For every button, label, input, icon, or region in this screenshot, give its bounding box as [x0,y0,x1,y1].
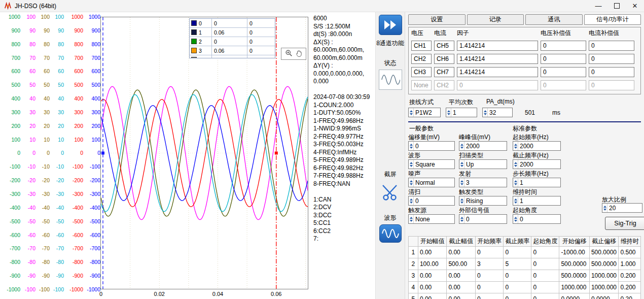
spin-up-icon[interactable] [514,162,517,164]
fast-forward-button[interactable] [379,15,402,35]
std-spinner-0-value[interactable]: 2000 [518,143,533,150]
spin-up-icon[interactable] [410,162,413,164]
maximize-button[interactable] [607,0,626,12]
spin-up-icon[interactable] [410,198,413,201]
wiring-mode-spinner-value[interactable]: P1W2 [414,109,432,116]
spin-down-icon[interactable] [460,183,463,185]
gen1-spinner-2-value[interactable]: Normal [414,179,435,186]
spin-down-icon[interactable] [460,220,463,222]
gen1-spinner-4-arrows[interactable] [409,215,414,223]
average-count-spinner-value[interactable]: 1 [451,109,456,116]
segment-cell[interactable]: 0.200 [619,282,641,293]
current-channel-3[interactable]: CH7 [434,67,454,77]
std-spinner-2-value[interactable]: 1 [518,179,523,186]
std-spinner-4-value[interactable]: 0 [518,216,523,223]
segment-cell[interactable]: 0 [504,293,531,299]
segment-cell[interactable]: 1.000 [619,258,641,270]
std-spinner-4[interactable]: 0 [513,214,561,224]
spin-down-icon[interactable] [514,220,517,222]
std-spinner-2-arrows[interactable] [513,178,518,187]
voltage-comp-input-3[interactable]: 0 [541,67,586,77]
wiring-mode-spinner-arrows[interactable] [409,108,414,117]
gen2-spinner-2-value[interactable]: 3 [464,179,470,186]
spin-down-icon[interactable] [460,202,463,204]
spin-down-icon[interactable] [410,147,413,149]
gen2-spinner-1-arrows[interactable] [459,160,464,169]
std-spinner-0[interactable]: 2000 [513,141,561,151]
gen1-spinner-1-value[interactable]: Square [414,161,435,168]
spin-down-icon[interactable] [514,202,517,204]
segment-cell[interactable]: 0 [531,258,559,270]
tab-2[interactable]: 通讯 [525,14,583,25]
gen1-spinner-4-value[interactable]: None [414,216,430,223]
segment-cell[interactable]: 0.0000 [559,293,590,299]
voltage-channel-1[interactable]: CH1 [411,41,432,51]
spin-up-icon[interactable] [514,180,517,182]
segment-cell[interactable]: 1000.000 [559,282,590,293]
segment-cell[interactable]: 0.00 [447,282,476,293]
spin-up-icon[interactable] [410,144,413,146]
spin-down-icon[interactable] [410,113,413,115]
segment-cell[interactable]: 100.00 [418,258,447,270]
spin-up-icon[interactable] [460,217,463,219]
voltage-comp-input-2[interactable]: 0 [541,54,586,64]
spin-down-icon[interactable] [460,165,463,167]
gen2-spinner-3[interactable]: Rising [459,196,507,206]
segment-cell[interactable]: 0 [504,247,531,258]
std-spinner-4-arrows[interactable] [513,215,518,223]
zoom-scale-spinner[interactable]: 20 [602,203,642,213]
close-button[interactable]: ✕ [626,0,644,12]
segment-cell[interactable]: 0 [504,282,531,293]
segment-cell[interactable]: 500.0000 [589,247,619,258]
voltage-comp-input-1[interactable]: 0 [541,41,586,51]
segment-cell[interactable]: 5 [504,258,531,270]
spin-down-icon[interactable] [603,209,606,211]
spin-down-icon[interactable] [447,113,450,115]
factor-input-3[interactable]: 1.414214 [457,67,538,77]
spin-up-icon[interactable] [460,180,463,182]
gen2-spinner-3-value[interactable]: Rising [464,197,483,205]
spin-down-icon[interactable] [410,165,413,167]
spinner-arrows[interactable] [602,204,607,212]
spin-up-icon[interactable] [447,110,450,112]
segment-cell[interactable]: -1000.00 [559,247,590,258]
spin-down-icon[interactable] [410,202,413,204]
segment-cell[interactable]: 0.500 [619,247,641,258]
spin-down-icon[interactable] [514,147,517,149]
gen1-spinner-2-arrows[interactable] [409,178,414,187]
spin-up-icon[interactable] [410,217,413,219]
current-comp-input-1[interactable]: 0 [589,41,634,51]
spin-up-icon[interactable] [603,206,606,208]
gen1-spinner-4[interactable]: None [408,214,455,224]
segment-cell[interactable]: 0 [475,247,504,258]
segment-cell[interactable]: 0.00 [418,282,447,293]
gen2-spinner-0-value[interactable]: 2000 [464,143,480,150]
zoom-in-icon[interactable] [285,49,293,59]
gen2-spinner-2[interactable]: 3 [459,178,507,187]
segment-cell[interactable]: 0.00 [447,247,476,258]
pan-hand-icon[interactable] [296,49,303,59]
spin-up-icon[interactable] [460,144,463,146]
spin-up-icon[interactable] [410,180,413,182]
segment-cell[interactable]: 1000.000 [589,282,619,293]
segment-cell[interactable]: 3 [475,258,504,270]
status-waveform-button[interactable] [379,70,402,90]
gen2-spinner-4[interactable]: 0 [459,214,507,224]
std-spinner-1-arrows[interactable] [513,160,518,169]
segment-cell[interactable]: 0.00 [447,270,476,282]
spin-down-icon[interactable] [514,165,517,167]
gen1-spinner-0-value[interactable]: 0 [414,143,419,150]
pa-dt-spinner-value[interactable]: 32 [488,109,496,116]
spin-up-icon[interactable] [514,144,517,146]
wiring-mode-spinner[interactable]: P1W2 [408,108,441,117]
segment-cell[interactable]: 0.00 [418,247,447,258]
segment-cell[interactable]: 1000.000 [589,270,619,282]
pa-dt-spinner[interactable]: 32 [482,108,513,117]
std-spinner-3[interactable]: 1 [513,196,561,206]
std-spinner-3-arrows[interactable] [513,196,518,205]
tab-0[interactable]: 设置 [408,14,466,25]
std-spinner-1[interactable]: 2000 [513,159,561,169]
factor-input-1[interactable]: 1.414214 [457,41,538,51]
voltage-channel-2[interactable]: CH2 [411,54,432,64]
average-count-spinner-arrows[interactable] [446,108,451,117]
